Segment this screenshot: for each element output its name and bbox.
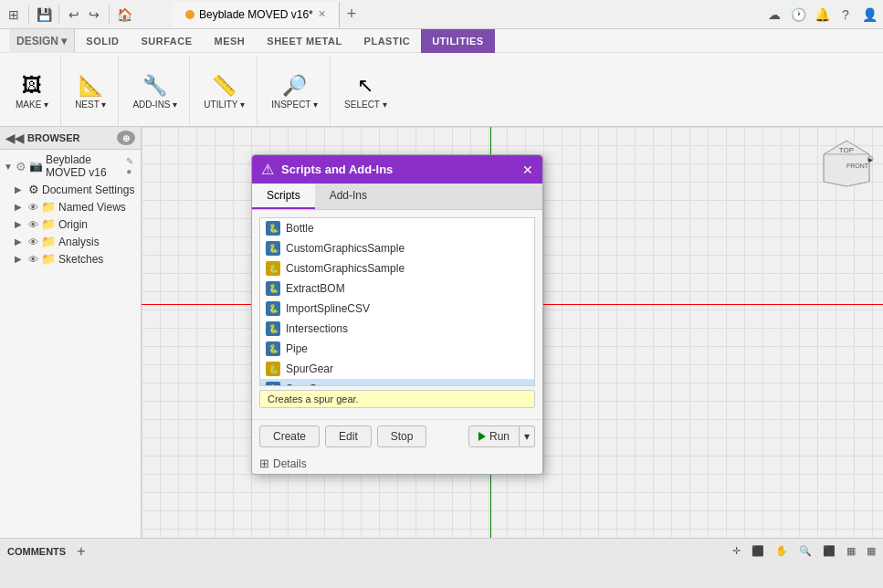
zoom-icon[interactable]: 🔍 xyxy=(799,545,812,557)
script-item-cgs1[interactable]: 🐍 CustomGraphicsSample xyxy=(260,238,534,258)
sidebar-body: ▼ ⚙ 📷 Beyblade MOVED v16 ✎ ● ▶ ⚙ Documen… xyxy=(0,150,141,538)
nest-button[interactable]: 📐 NEST ▾ xyxy=(70,68,110,115)
tab-close-button[interactable]: ✕ xyxy=(318,8,326,20)
stop-button[interactable]: Stop xyxy=(377,425,427,447)
tab-plastic[interactable]: PLASTIC xyxy=(353,29,422,53)
separator2 xyxy=(58,5,59,24)
tooltip-box: Creates a spur gear. xyxy=(259,390,535,408)
create-button[interactable]: Create xyxy=(259,425,320,447)
addins-icon: 🔧 xyxy=(142,74,167,98)
user-icon[interactable]: 👤 xyxy=(861,6,878,23)
nest-icon: 📐 xyxy=(79,74,103,98)
details-row[interactable]: ⊞ Details xyxy=(252,453,542,474)
edit-button[interactable]: Edit xyxy=(325,425,372,447)
tab-utilities[interactable]: UTILITIES xyxy=(421,29,494,53)
tree-item-analysis[interactable]: ▶ 👁 📁 Analysis xyxy=(11,233,141,250)
script-icon-pipe: 🐍 xyxy=(266,341,280,356)
tree-arrow: ▼ xyxy=(4,162,13,172)
tab-solid[interactable]: SOLID xyxy=(75,29,130,53)
script-item-cgs2[interactable]: 🐍 CustomGraphicsSample xyxy=(260,258,534,278)
save-icon[interactable]: 💾 xyxy=(36,6,52,23)
run-button[interactable]: Run xyxy=(468,425,520,447)
make-label: MAKE ▾ xyxy=(16,100,48,110)
sidebar: ◀◀ BROWSER ⊕ ▼ ⚙ 📷 Beyblade MOVED v16 ✎ … xyxy=(0,127,142,538)
tree-settings-icon: ⚙ xyxy=(16,160,26,173)
pan-icon[interactable]: ✋ xyxy=(775,545,788,557)
tab-label: Beyblade MOVED v16* xyxy=(199,8,313,21)
ribbon-group-inspect: 🔎 INSPECT ▾ xyxy=(259,57,331,126)
tree-arrow-analysis: ▶ xyxy=(15,236,26,247)
select-button[interactable]: ↖ SELECT ▾ xyxy=(340,68,392,115)
svg-text:▶: ▶ xyxy=(868,157,873,163)
document-tab[interactable]: Beyblade MOVED v16* ✕ xyxy=(173,2,340,27)
dialog-tab-addins[interactable]: Add-Ins xyxy=(315,184,382,209)
cloud-icon[interactable]: ☁ xyxy=(766,6,783,23)
dialog-warning-icon: ⚠ xyxy=(261,161,274,178)
script-item-pipe[interactable]: 🐍 Pipe xyxy=(260,339,534,359)
details-expand-icon: ⊞ xyxy=(259,457,269,470)
script-item-spurgear2[interactable]: 🐍 SpurGear xyxy=(260,379,534,386)
dialog-tab-scripts[interactable]: Scripts xyxy=(252,184,315,209)
status-bar: COMMENTS + ✛ ⬛ ✋ 🔍 ⬛ ▦ ▦ xyxy=(0,538,883,563)
tree-item-document-settings[interactable]: ▶ ⚙ Document Settings xyxy=(11,181,141,198)
design-dropdown[interactable]: DESIGN ▾ xyxy=(9,29,75,53)
apps-icon[interactable]: ⊞ xyxy=(5,6,22,23)
help-icon[interactable]: ? xyxy=(837,6,854,23)
script-name-extractbom: ExtractBOM xyxy=(286,282,345,295)
redo-icon[interactable]: ↪ xyxy=(86,6,102,23)
bell-icon[interactable]: 🔔 xyxy=(814,6,830,23)
script-item-importspline[interactable]: 🐍 ImportSplineCSV xyxy=(260,299,534,319)
tree-eye-icon: 👁 xyxy=(28,202,38,213)
script-name-cgs1: CustomGraphicsSample xyxy=(286,242,405,255)
utility-items: 📏 UTILITY ▾ xyxy=(199,57,249,126)
tree-item-named-views[interactable]: ▶ 👁 📁 Named Views xyxy=(11,198,141,215)
script-icon-spurgear2: 🐍 xyxy=(266,382,280,386)
play-icon xyxy=(478,432,486,441)
tree-doc-settings-label: Document Settings xyxy=(42,184,134,196)
grid2-icon[interactable]: ▦ xyxy=(867,545,876,557)
script-item-intersections[interactable]: 🐍 Intersections xyxy=(260,319,534,339)
export-icon[interactable]: ⬛ xyxy=(752,545,764,557)
inspect-button[interactable]: 🔎 INSPECT ▾ xyxy=(267,68,322,115)
dialog-close-button[interactable]: ✕ xyxy=(522,163,533,177)
sidebar-search-button[interactable]: ⊕ xyxy=(117,131,135,145)
script-name-cgs2: CustomGraphicsSample xyxy=(286,262,405,275)
tree-folder-icon3: 📁 xyxy=(41,235,56,248)
tree-item-origin[interactable]: ▶ 👁 📁 Origin xyxy=(11,215,141,233)
tree-folder-icon2: 📁 xyxy=(41,217,56,231)
tab-sheet-metal[interactable]: SHEET METAL xyxy=(256,29,352,53)
tree-item-root[interactable]: ▼ ⚙ 📷 Beyblade MOVED v16 ✎ ● xyxy=(0,152,141,181)
script-icon-cgs1: 🐍 xyxy=(266,241,280,256)
script-item-bottle[interactable]: 🐍 Bottle xyxy=(260,218,534,238)
tree-eye-icon3: 👁 xyxy=(28,236,38,247)
addins-button[interactable]: 🔧 ADD-INS ▾ xyxy=(128,68,182,115)
grid-icon[interactable]: ▦ xyxy=(846,545,856,557)
tree-arrow-views: ▶ xyxy=(15,202,26,212)
ribbon-group-utility: 📏 UTILITY ▾ xyxy=(192,57,258,126)
main-layout: ◀◀ BROWSER ⊕ ▼ ⚙ 📷 Beyblade MOVED v16 ✎ … xyxy=(0,127,883,538)
new-tab-button[interactable]: + xyxy=(347,5,357,24)
tree-item-sketches[interactable]: ▶ 👁 📁 Sketches xyxy=(11,250,141,268)
add-comment-button[interactable]: + xyxy=(77,543,85,560)
script-item-extractbom[interactable]: 🐍 ExtractBOM xyxy=(260,278,534,299)
tree-folder-icon: 📁 xyxy=(41,200,56,214)
scripts-list[interactable]: 🐍 Bottle 🐍 CustomGraphicsSample 🐍 Custom… xyxy=(259,217,535,386)
script-name-pipe: Pipe xyxy=(286,342,308,355)
script-item-spurgear1[interactable]: 🐍 SpurGear xyxy=(260,359,534,379)
make-button[interactable]: 🖼 MAKE ▾ xyxy=(11,68,53,115)
run-dropdown-button[interactable]: ▾ xyxy=(520,425,535,447)
view-cube[interactable]: TOP FRONT ▶ xyxy=(819,136,874,191)
move-icon[interactable]: ✛ xyxy=(732,545,741,557)
sidebar-title: BROWSER xyxy=(27,132,79,143)
nest-items: 📐 NEST ▾ xyxy=(70,57,110,126)
clock-icon[interactable]: 🕐 xyxy=(790,6,806,23)
view-icon[interactable]: ⬛ xyxy=(823,545,836,557)
utility-icon: 📏 xyxy=(212,74,237,98)
tab-surface[interactable]: SURFACE xyxy=(130,29,203,53)
tree-arrow-sketches: ▶ xyxy=(15,254,26,264)
sidebar-collapse-button[interactable]: ◀◀ xyxy=(5,131,24,145)
undo-icon[interactable]: ↩ xyxy=(66,6,82,23)
home-icon[interactable]: 🏠 xyxy=(116,6,132,23)
tab-mesh[interactable]: MESH xyxy=(204,29,257,53)
utility-button[interactable]: 📏 UTILITY ▾ xyxy=(199,68,249,115)
